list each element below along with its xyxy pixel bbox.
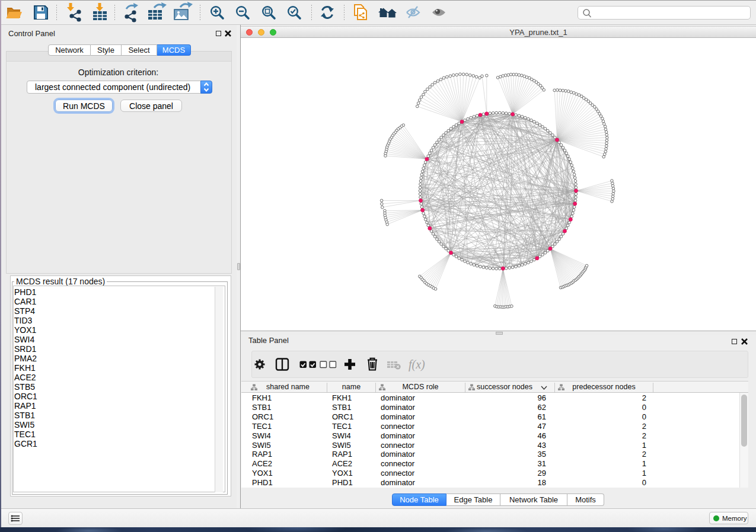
svg-text:f(x): f(x) [409, 358, 425, 371]
